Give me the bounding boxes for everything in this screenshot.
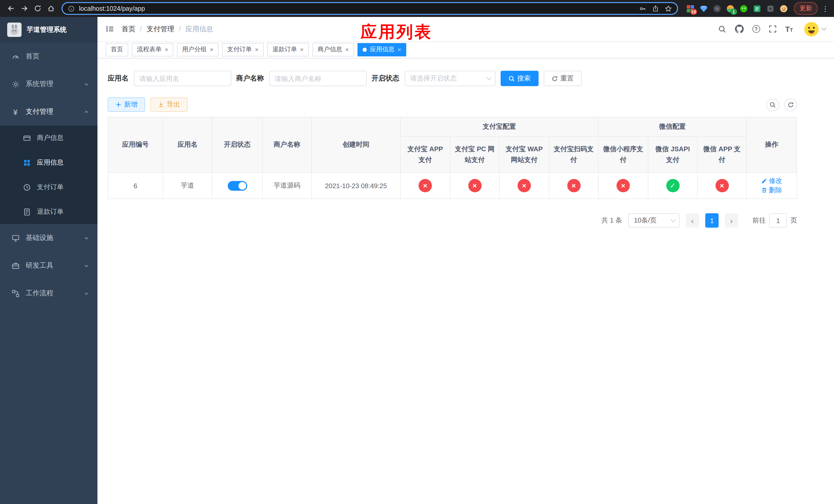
- home-button[interactable]: [44, 2, 58, 15]
- extension-icon-avatar[interactable]: 1: [726, 4, 734, 13]
- delete-link[interactable]: 删除: [761, 186, 782, 195]
- column-header: 支付宝扫码支付: [549, 137, 598, 173]
- page-size-select[interactable]: 10条/页: [628, 213, 680, 228]
- column-header: 微信 JSAPI 支付: [648, 137, 697, 173]
- table-toolbar: 新增 导出: [108, 97, 797, 112]
- menu-kebab-icon[interactable]: ⋮: [821, 2, 830, 15]
- column-header: 支付宝 PC 网站支付: [450, 137, 499, 173]
- sidebar-subitem-payment-order[interactable]: 支付订单: [0, 175, 97, 200]
- group-header-alipay: 支付宝配置: [400, 117, 598, 137]
- page-1-button[interactable]: 1: [705, 213, 719, 228]
- sidebar-item-dev-tools[interactable]: 研发工具: [0, 252, 97, 279]
- user-menu[interactable]: [804, 21, 826, 37]
- close-icon[interactable]: ×: [210, 46, 213, 52]
- extension-icon-puzzle[interactable]: [766, 4, 774, 13]
- tab-refund-order[interactable]: 退款订单×: [267, 43, 309, 56]
- url-text: localhost:1024/pay/app: [79, 5, 635, 12]
- update-button[interactable]: 更新: [794, 2, 818, 15]
- help-icon[interactable]: ?: [752, 25, 760, 33]
- tab-home[interactable]: 首页: [106, 43, 128, 56]
- share-icon[interactable]: [652, 5, 659, 12]
- sidebar-item-home[interactable]: 首页: [0, 43, 97, 70]
- filter-merchant-label: 商户名称: [236, 74, 264, 83]
- close-icon[interactable]: ×: [345, 46, 349, 52]
- extensions-area: 10 1: [682, 4, 792, 13]
- tab-process-form[interactable]: 流程表单×: [132, 43, 173, 56]
- tab-merchant-info[interactable]: 商户信息×: [312, 43, 354, 56]
- filter-status-select[interactable]: 请选择开启状态: [404, 71, 495, 86]
- tab-payment-order[interactable]: 支付订单×: [222, 43, 264, 56]
- search-icon[interactable]: [718, 25, 726, 33]
- browser-toolbar: localhost:1024/pay/app 10 1: [0, 0, 834, 17]
- add-button[interactable]: 新增: [108, 97, 145, 112]
- yen-icon: ¥: [11, 108, 20, 116]
- next-page-button[interactable]: ›: [725, 213, 738, 228]
- goto-suffix: 页: [790, 216, 797, 225]
- user-avatar[interactable]: [804, 21, 819, 37]
- chevron-down-icon: [84, 81, 89, 87]
- sidebar-item-infrastructure[interactable]: 基础设施: [0, 224, 97, 252]
- tab-user-group[interactable]: 用户分组×: [177, 43, 219, 56]
- close-icon[interactable]: ×: [300, 46, 304, 52]
- extension-icon-face[interactable]: [780, 4, 788, 13]
- status-icon-wx-jsapi: ✓: [666, 179, 679, 192]
- dashboard-icon: [11, 52, 20, 60]
- sidebar-item-workflow[interactable]: 工作流程: [0, 279, 97, 307]
- filter-status-label: 开启状态: [372, 74, 399, 83]
- fullscreen-icon[interactable]: [769, 25, 776, 33]
- reload-button[interactable]: [31, 2, 44, 15]
- reset-button[interactable]: 重置: [544, 71, 581, 86]
- refresh-button[interactable]: [784, 98, 797, 111]
- extension-icon-notes[interactable]: [753, 4, 761, 13]
- goto-page-input[interactable]: [769, 213, 787, 228]
- sidebar-menu: 首页 系统管理 ¥ 支付管理: [0, 43, 97, 504]
- back-button[interactable]: [4, 2, 18, 15]
- address-bar[interactable]: localhost:1024/pay/app: [62, 2, 678, 15]
- filter-app-name-label: 应用名: [108, 74, 129, 83]
- breadcrumb-item-home[interactable]: 首页: [122, 24, 135, 33]
- column-header: 创建时间: [312, 117, 400, 173]
- forward-button[interactable]: [18, 2, 31, 15]
- prev-page-button[interactable]: ‹: [686, 213, 699, 228]
- close-icon[interactable]: ×: [164, 46, 168, 52]
- active-dot: [363, 47, 367, 51]
- tab-app-info[interactable]: 应用信息×: [357, 43, 406, 56]
- status-icon-alipay-pc: ×: [468, 179, 481, 192]
- bookmark-star-icon[interactable]: [665, 5, 672, 12]
- cell-created: 2021-10-23 08:49:25: [312, 173, 400, 199]
- extension-icon-wechat[interactable]: [740, 4, 748, 13]
- filter-merchant-input[interactable]: [269, 71, 367, 86]
- extension-icon-dark-circle[interactable]: [713, 4, 721, 13]
- export-button[interactable]: 导出: [150, 97, 188, 112]
- extension-icon-blocks[interactable]: 10: [686, 4, 695, 13]
- edit-link[interactable]: 修改: [761, 176, 782, 186]
- tab-bar: 首页 流程表单× 用户分组× 支付订单× 退款订单× 商户信息× 应用信息×: [97, 41, 834, 59]
- toggle-search-button[interactable]: [766, 98, 779, 111]
- close-icon[interactable]: ×: [255, 46, 259, 52]
- site-info-icon[interactable]: [68, 5, 75, 12]
- font-size-icon[interactable]: TT: [785, 25, 793, 33]
- filter-form: 应用名 商户名称 开启状态 请选择开启状态: [108, 71, 797, 86]
- goto-label: 前往: [752, 216, 766, 225]
- navbar-actions: ? TT: [718, 21, 826, 37]
- status-toggle[interactable]: [227, 181, 247, 190]
- close-icon[interactable]: ×: [397, 46, 401, 52]
- filter-app-name-input[interactable]: [134, 71, 231, 86]
- group-header-wechat: 微信配置: [598, 117, 747, 137]
- sidebar-item-payment[interactable]: ¥ 支付管理: [0, 98, 97, 125]
- breadcrumb-item-payment[interactable]: 支付管理: [147, 24, 174, 33]
- extension-icon-gem[interactable]: [700, 4, 708, 13]
- collapse-sidebar-icon[interactable]: [106, 25, 114, 33]
- sidebar-subitem-merchant-info[interactable]: 商户信息: [0, 125, 97, 150]
- key-icon[interactable]: [639, 5, 646, 12]
- pagination: 共 1 条 10条/页 ‹ 1 › 前往 页: [108, 213, 797, 228]
- app-logo[interactable]: 芋道管理系统: [0, 17, 97, 43]
- sidebar-subitem-app-info[interactable]: 应用信息: [0, 150, 97, 175]
- chevron-down-icon: [84, 263, 89, 269]
- github-icon[interactable]: [735, 25, 744, 33]
- sidebar-item-system[interactable]: 系统管理: [0, 70, 97, 98]
- chevron-down-icon: [486, 75, 491, 80]
- grid-icon: [23, 159, 31, 166]
- search-button[interactable]: 搜索: [500, 71, 538, 86]
- sidebar-subitem-refund-order[interactable]: 退款订单: [0, 200, 97, 224]
